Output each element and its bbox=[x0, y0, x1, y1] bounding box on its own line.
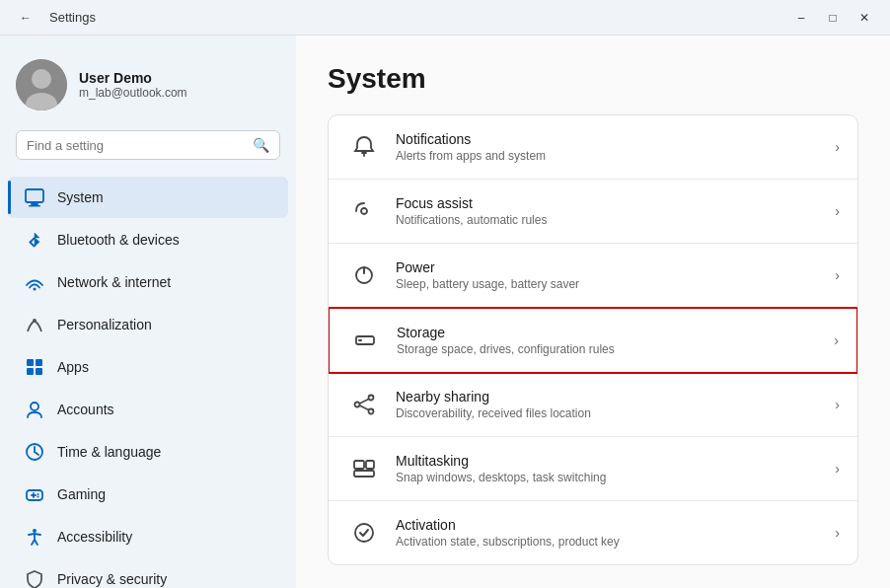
sidebar-item-bluetooth[interactable]: Bluetooth & devices bbox=[8, 219, 288, 260]
system-icon bbox=[24, 186, 45, 208]
multitasking-title: Multitasking bbox=[396, 453, 835, 469]
close-button[interactable]: ✕ bbox=[851, 4, 878, 32]
sidebar-item-network[interactable]: Network & internet bbox=[8, 261, 288, 303]
accessibility-icon bbox=[24, 526, 45, 548]
settings-item-storage[interactable]: Storage Storage space, drives, configura… bbox=[328, 307, 858, 374]
sidebar-label-apps: Apps bbox=[57, 359, 89, 375]
apps-icon bbox=[24, 356, 45, 378]
nearby-icon bbox=[346, 387, 382, 422]
avatar bbox=[16, 59, 67, 110]
window-controls: – □ ✕ bbox=[787, 4, 878, 32]
svg-line-30 bbox=[360, 400, 369, 404]
search-box[interactable]: 🔍 bbox=[16, 130, 280, 160]
notifications-title: Notifications bbox=[396, 131, 835, 147]
sidebar-label-time: Time & language bbox=[57, 444, 161, 460]
sidebar-label-privacy: Privacy & security bbox=[57, 571, 167, 587]
sidebar-label-system: System bbox=[57, 189, 104, 205]
sidebar-label-accounts: Accounts bbox=[57, 402, 114, 417]
storage-icon bbox=[347, 323, 383, 358]
main-content: System Notifications Alerts from apps an… bbox=[296, 36, 890, 588]
user-name: User Demo bbox=[79, 70, 187, 86]
back-button[interactable]: ← bbox=[12, 4, 39, 32]
nearby-arrow: › bbox=[835, 397, 840, 412]
svg-rect-34 bbox=[354, 471, 374, 477]
nearby-text: Nearby sharing Discoverability, received… bbox=[396, 389, 835, 420]
sidebar-label-personalization: Personalization bbox=[57, 317, 152, 332]
focus-text: Focus assist Notifications, automatic ru… bbox=[396, 195, 835, 227]
activation-arrow: › bbox=[835, 525, 840, 541]
svg-rect-33 bbox=[366, 461, 374, 469]
storage-desc: Storage space, drives, configuration rul… bbox=[397, 342, 834, 356]
svg-point-7 bbox=[33, 319, 37, 323]
sidebar-item-gaming[interactable]: Gaming bbox=[8, 474, 288, 515]
bluetooth-icon bbox=[24, 229, 45, 251]
multitasking-arrow: › bbox=[835, 461, 840, 477]
sidebar-item-apps[interactable]: Apps bbox=[8, 346, 288, 388]
svg-point-17 bbox=[37, 493, 39, 495]
nearby-title: Nearby sharing bbox=[396, 389, 835, 404]
multitasking-text: Multitasking Snap windows, desktops, tas… bbox=[396, 453, 835, 484]
svg-rect-9 bbox=[36, 359, 42, 366]
notifications-icon bbox=[346, 129, 382, 165]
storage-title: Storage bbox=[397, 325, 834, 340]
notifications-text: Notifications Alerts from apps and syste… bbox=[396, 131, 835, 163]
settings-item-power[interactable]: Power Sleep, battery usage, battery save… bbox=[329, 244, 857, 308]
multitasking-desc: Snap windows, desktops, task switching bbox=[396, 471, 835, 484]
user-info: User Demo m_lab@outlook.com bbox=[79, 70, 187, 100]
accounts-icon bbox=[24, 399, 45, 420]
focus-icon bbox=[346, 193, 382, 229]
personalization-icon bbox=[24, 314, 45, 335]
svg-rect-11 bbox=[36, 368, 42, 375]
user-profile[interactable]: User Demo m_lab@outlook.com bbox=[0, 51, 296, 130]
page-title: System bbox=[328, 63, 858, 95]
minimize-button[interactable]: – bbox=[787, 4, 815, 32]
svg-point-35 bbox=[355, 524, 373, 542]
activation-text: Activation Activation state, subscriptio… bbox=[396, 517, 835, 549]
sidebar-item-time[interactable]: Time & language bbox=[8, 431, 288, 473]
sidebar-item-system[interactable]: System bbox=[8, 177, 288, 218]
search-icon: 🔍 bbox=[253, 137, 269, 153]
maximize-button[interactable]: □ bbox=[819, 4, 847, 32]
search-input[interactable] bbox=[27, 138, 245, 153]
time-icon bbox=[24, 441, 45, 463]
sidebar: User Demo m_lab@outlook.com 🔍 System bbox=[0, 36, 296, 588]
settings-item-nearby[interactable]: Nearby sharing Discoverability, received… bbox=[329, 373, 857, 437]
activation-title: Activation bbox=[396, 517, 835, 533]
settings-item-notifications[interactable]: Notifications Alerts from apps and syste… bbox=[329, 115, 857, 180]
settings-item-activation[interactable]: Activation Activation state, subscriptio… bbox=[329, 501, 857, 564]
notifications-arrow: › bbox=[835, 139, 840, 155]
power-icon bbox=[346, 257, 382, 293]
sidebar-item-personalization[interactable]: Personalization bbox=[8, 304, 288, 345]
svg-rect-32 bbox=[354, 461, 364, 469]
activation-icon bbox=[346, 515, 382, 551]
sidebar-label-bluetooth: Bluetooth & devices bbox=[57, 232, 180, 248]
settings-item-multitasking[interactable]: Multitasking Snap windows, desktops, tas… bbox=[329, 437, 857, 501]
gaming-icon bbox=[24, 483, 45, 505]
power-title: Power bbox=[396, 259, 835, 275]
activation-desc: Activation state, subscriptions, product… bbox=[396, 535, 835, 549]
sidebar-label-accessibility: Accessibility bbox=[57, 529, 132, 545]
user-email: m_lab@outlook.com bbox=[79, 86, 187, 100]
power-desc: Sleep, battery usage, battery saver bbox=[396, 277, 835, 291]
power-arrow: › bbox=[835, 267, 840, 283]
settings-list: Notifications Alerts from apps and syste… bbox=[328, 114, 858, 565]
svg-rect-10 bbox=[27, 368, 34, 375]
svg-point-29 bbox=[369, 409, 374, 414]
notifications-desc: Alerts from apps and system bbox=[396, 149, 835, 163]
network-icon bbox=[24, 271, 45, 293]
focus-desc: Notifications, automatic rules bbox=[396, 213, 835, 227]
focus-title: Focus assist bbox=[396, 195, 835, 211]
svg-line-31 bbox=[360, 405, 369, 410]
svg-rect-5 bbox=[29, 205, 40, 207]
sidebar-item-accessibility[interactable]: Accessibility bbox=[8, 516, 288, 557]
sidebar-label-gaming: Gaming bbox=[57, 486, 106, 502]
multitasking-icon bbox=[346, 451, 382, 486]
settings-item-focus[interactable]: Focus assist Notifications, automatic ru… bbox=[329, 180, 857, 244]
sidebar-item-accounts[interactable]: Accounts bbox=[8, 389, 288, 430]
sidebar-item-privacy[interactable]: Privacy & security bbox=[8, 558, 288, 588]
svg-point-22 bbox=[361, 208, 367, 214]
svg-point-28 bbox=[369, 396, 374, 401]
privacy-icon bbox=[24, 568, 45, 588]
power-text: Power Sleep, battery usage, battery save… bbox=[396, 259, 835, 291]
svg-point-6 bbox=[34, 288, 37, 291]
